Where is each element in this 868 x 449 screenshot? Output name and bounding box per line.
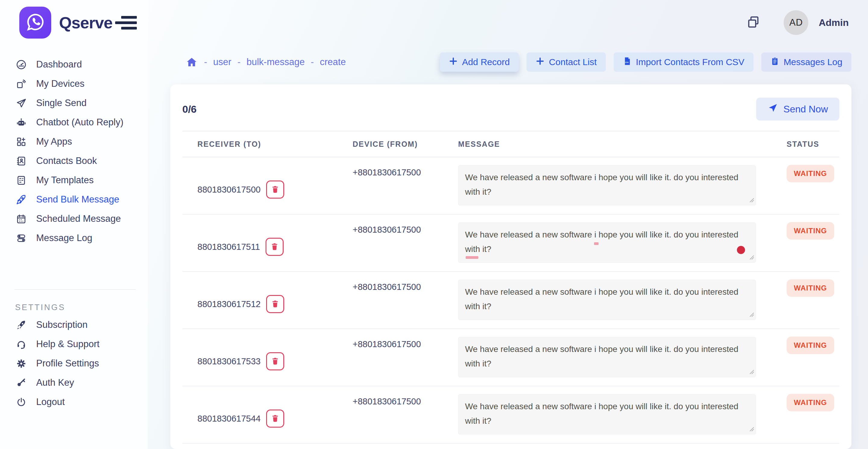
add-record-button[interactable]: Add Record [440,53,519,72]
headset-icon [15,338,27,350]
calendar-icon [15,213,27,225]
breadcrumb-create[interactable]: create [320,57,346,67]
sidebar-item-label: Single Send [36,98,87,108]
sidebar-item-label: Auth Key [36,377,74,388]
sidebar-item-contacts-book[interactable]: Contacts Book [0,151,148,170]
sidebar-item-label: Message Log [36,233,92,244]
sidebar-item-label: Contacts Book [36,156,97,166]
sidebar-item-my-templates[interactable]: My Templates [0,170,148,190]
delete-row-button[interactable] [266,410,284,427]
status-badge: WAITING [786,279,834,297]
spellcheck-mark [594,242,598,245]
sidebar-item-send-bulk-message[interactable]: Send Bulk Message [0,190,148,209]
import-csv-button[interactable]: CSV Import Contacts From CSV [614,53,753,72]
sidebar-item-label: Subscription [36,319,88,330]
message-textarea[interactable]: We have released a new software i hope y… [458,394,756,435]
app-root: Qserve Dashboard My Devices Single Send … [0,0,868,449]
copy-icon[interactable] [745,14,762,31]
contacts-book-icon [15,155,27,167]
sidebar-item-label: Profile Settings [36,358,99,369]
trash-icon [270,242,279,252]
sidebar-item-my-devices[interactable]: My Devices [0,74,148,93]
brand-name: Qserve [59,13,113,32]
sidebar-item-label: Help & Support [36,339,99,350]
breadcrumb-user[interactable]: user [213,57,231,67]
home-icon[interactable] [185,56,198,68]
device-number: +8801830617500 [338,215,443,271]
breadcrumb-separator: - [311,57,314,67]
delete-row-button[interactable] [266,352,284,371]
receiver-number: 8801830617500 [197,185,261,195]
send-icon [768,103,778,116]
sidebar-item-chatbot[interactable]: Chatbot (Auto Reply) [0,113,148,132]
user-name[interactable]: Admin [818,17,849,28]
sidebar-item-label: Dashboard [36,59,82,70]
bulk-message-card: 0/6 Send Now RECEIVER (TO) DEVICE (FROM)… [170,84,851,449]
sidebar-item-scheduled-message[interactable]: Scheduled Message [0,209,148,228]
sidebar-item-label: Send Bulk Message [36,194,119,205]
apps-grid-icon [15,136,27,148]
device-number: +8801830617500 [338,386,443,443]
breadcrumb-separator: - [204,57,207,67]
logo-row: Qserve [0,0,148,45]
status-badge: WAITING [786,222,834,239]
robot-icon [15,116,27,128]
table-row: 8801830617500 +8801830617500 We have rel… [182,157,839,215]
trash-icon [271,299,279,309]
toolbar-row: - user - bulk-message - create Add Recor… [148,45,868,72]
log-icon [15,232,27,244]
delete-row-button[interactable] [266,238,284,256]
avatar[interactable]: AD [784,10,808,35]
message-textarea[interactable]: We have released a new software i hope y… [458,280,756,320]
sidebar-item-subscription[interactable]: Subscription [0,315,148,334]
message-textarea[interactable]: We have released a new software i hope y… [458,222,756,263]
sidebar-item-message-log[interactable]: Message Log [0,228,148,248]
table-header-row: RECEIVER (TO) DEVICE (FROM) MESSAGE STAT… [182,131,839,157]
send-now-button[interactable]: Send Now [756,98,839,121]
sidebar-divider [14,289,135,290]
dashboard-icon [15,59,27,70]
svg-text:CSV: CSV [625,61,629,63]
sidebar-item-my-apps[interactable]: My Apps [0,132,148,151]
action-buttons: Add Record Contact List CSV Import Conta… [440,53,851,72]
table-row: 8801830617533 +8801830617500 We have rel… [182,329,839,386]
power-icon [15,396,27,408]
brand-logo[interactable] [19,7,51,39]
sidebar-item-logout[interactable]: Logout [0,392,148,412]
card-header: 0/6 Send Now [182,84,839,131]
topbar: AD Admin [148,0,868,45]
receiver-number: 8801830617533 [197,356,261,366]
sidebar: Qserve Dashboard My Devices Single Send … [0,0,148,449]
sidebar-item-label: My Devices [36,78,84,89]
col-header-receiver: RECEIVER (TO) [182,140,338,149]
settings-section-label: SETTINGS [15,303,148,312]
main-nav: Dashboard My Devices Single Send Chatbot… [0,55,148,248]
sidebar-item-label: My Apps [36,136,72,147]
breadcrumb-bulk-message[interactable]: bulk-message [247,57,305,67]
grammar-checker-dot[interactable] [737,246,745,254]
message-textarea[interactable]: We have released a new software i hope y… [458,165,756,205]
device-number: +8801830617500 [338,157,443,214]
sidebar-item-help-support[interactable]: Help & Support [0,334,148,354]
contact-list-button[interactable]: Contact List [527,53,606,72]
plus-icon [535,57,545,68]
breadcrumb: - user - bulk-message - create [185,56,346,68]
table-row: 8801830617511 +8801830617500 We have rel… [182,215,839,272]
message-textarea[interactable]: We have released a new software i hope y… [458,337,756,377]
delete-row-button[interactable] [266,181,284,199]
device-number: +8801830617500 [338,272,443,328]
col-header-message: MESSAGE [443,140,772,149]
sidebar-toggle-icon[interactable] [119,13,137,32]
message-field-wrap: We have released a new software i hope y… [458,337,756,377]
whatsapp-icon [25,11,46,34]
sidebar-item-label: My Templates [36,175,94,186]
delete-row-button[interactable] [266,295,284,313]
paper-plane-icon [15,97,27,109]
template-doc-icon [15,174,27,186]
breadcrumb-separator: - [238,57,241,67]
sidebar-item-auth-key[interactable]: Auth Key [0,373,148,392]
sidebar-item-single-send[interactable]: Single Send [0,93,148,113]
sidebar-item-dashboard[interactable]: Dashboard [0,55,148,74]
messages-log-button[interactable]: Messages Log [761,53,851,72]
sidebar-item-profile-settings[interactable]: Profile Settings [0,354,148,373]
